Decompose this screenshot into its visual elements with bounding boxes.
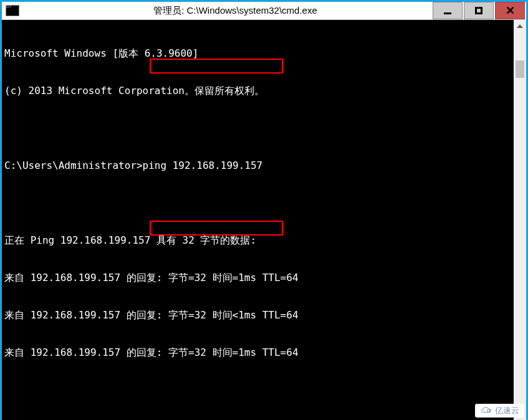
output-line: 正在 Ping 192.168.199.157 具有 32 字节的数据: [4, 234, 511, 247]
output-line: 来自 192.168.199.157 的回复: 字节=32 时间<1ms TTL… [4, 309, 511, 322]
output-line: Microsoft Windows [版本 6.3.9600] [4, 47, 511, 60]
window-controls: ✕ [433, 2, 526, 19]
terminal-output[interactable]: Microsoft Windows [版本 6.3.9600] (c) 2013… [2, 20, 514, 420]
highlight-annotation [150, 221, 283, 236]
output-line [4, 197, 511, 209]
scroll-track[interactable] [514, 32, 526, 420]
prompt-line: C:\Users\Administrator>ping 192.168.199.… [4, 160, 511, 172]
output-line: 来自 192.168.199.157 的回复: 字节=32 时间=1ms TTL… [4, 346, 511, 359]
window-title: 管理员: C:\Windows\system32\cmd.exe [19, 5, 433, 17]
maximize-button[interactable] [464, 2, 494, 19]
cmd-icon [6, 5, 19, 16]
output-line [4, 384, 511, 396]
watermark-text: 亿速云 [495, 405, 519, 416]
scroll-up-button[interactable] [514, 20, 526, 32]
minimize-button[interactable] [433, 2, 463, 19]
output-line [4, 122, 511, 135]
output-line: (c) 2013 Microsoft Corporation。保留所有权利。 [4, 85, 511, 97]
cloud-icon [480, 406, 492, 415]
highlight-annotation [150, 59, 283, 74]
scroll-thumb[interactable] [516, 60, 524, 78]
terminal-area: Microsoft Windows [版本 6.3.9600] (c) 2013… [2, 20, 526, 420]
close-button[interactable]: ✕ [495, 2, 525, 19]
title-bar[interactable]: 管理员: C:\Windows\system32\cmd.exe ✕ [2, 2, 526, 20]
output-line: 来自 192.168.199.157 的回复: 字节=32 时间=1ms TTL… [4, 272, 511, 284]
cmd-window: 管理员: C:\Windows\system32\cmd.exe ✕ Micro… [0, 0, 528, 420]
watermark-badge: 亿速云 [475, 404, 524, 418]
vertical-scrollbar[interactable] [514, 20, 526, 420]
